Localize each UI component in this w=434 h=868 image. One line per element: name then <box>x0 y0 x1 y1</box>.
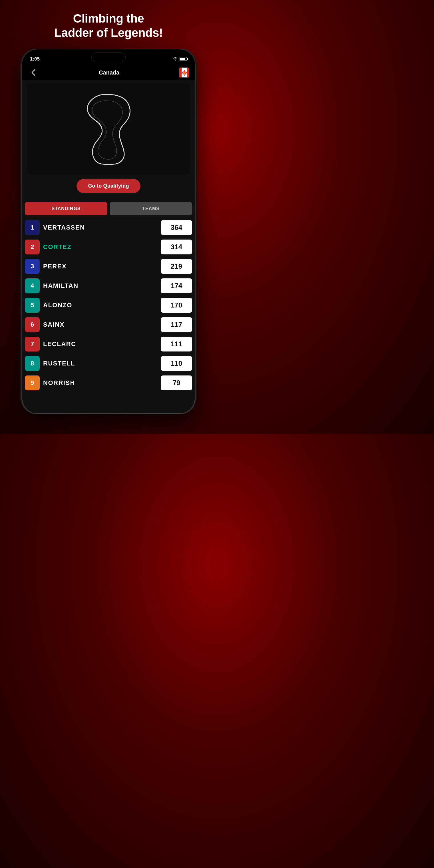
driver-name: VERTASSEN <box>43 224 157 231</box>
position-badge: 1 <box>25 220 40 235</box>
status-time: 1:05 <box>30 56 40 62</box>
nav-bar: Canada 🍁 <box>22 65 195 80</box>
position-badge: 6 <box>25 317 40 332</box>
dynamic-island <box>91 52 126 62</box>
driver-name: RUSTELL <box>43 360 157 367</box>
position-badge: 7 <box>25 337 40 351</box>
tabs-container: STANDINGS TEAMS <box>22 199 195 219</box>
table-row: 5ALONZO170 <box>25 297 192 314</box>
points-badge: 174 <box>161 278 192 293</box>
standings-list: 1VERTASSEN3642CORTEZ3143PEREX2194HAMILTA… <box>22 219 195 392</box>
driver-name: LECLARC <box>43 340 157 348</box>
points-badge: 117 <box>161 317 192 332</box>
status-icons <box>173 57 187 61</box>
table-row: 6SAINX117 <box>25 316 192 334</box>
table-row: 7LECLARC111 <box>25 335 192 353</box>
table-row: 9NORRISH79 <box>25 374 192 392</box>
table-row: 1VERTASSEN364 <box>25 219 192 237</box>
position-badge: 9 <box>25 375 40 390</box>
points-badge: 111 <box>161 337 192 351</box>
wifi-icon <box>173 57 178 61</box>
table-row: 2CORTEZ314 <box>25 238 192 256</box>
driver-name: ALONZO <box>43 302 157 309</box>
points-badge: 219 <box>161 259 192 274</box>
qualifying-button[interactable]: Go to Qualifying <box>76 179 140 193</box>
driver-name: SAINX <box>43 321 157 328</box>
driver-name: NORRISH <box>43 379 157 386</box>
back-button[interactable] <box>28 67 39 78</box>
points-badge: 79 <box>161 375 192 390</box>
tab-standings[interactable]: STANDINGS <box>25 202 107 215</box>
points-badge: 170 <box>161 298 192 313</box>
table-row: 8RUSTELL110 <box>25 354 192 372</box>
driver-name: HAMILTAN <box>43 282 157 289</box>
page-title: Climbing the Ladder of Legends! <box>54 11 163 40</box>
position-badge: 8 <box>25 356 40 371</box>
position-badge: 4 <box>25 278 40 293</box>
maple-leaf-icon: 🍁 <box>181 70 188 76</box>
table-row: 3PEREX219 <box>25 257 192 275</box>
points-badge: 364 <box>161 220 192 235</box>
position-badge: 2 <box>25 240 40 254</box>
points-badge: 314 <box>161 240 192 254</box>
nav-title: Canada <box>99 69 119 76</box>
driver-name: PEREX <box>43 263 157 270</box>
battery-icon <box>180 57 187 61</box>
track-area: Go to Qualifying <box>22 80 195 199</box>
driver-name: CORTEZ <box>43 243 157 251</box>
canada-flag: 🍁 <box>179 67 189 78</box>
points-badge: 110 <box>161 356 192 371</box>
track-map-container <box>27 83 190 175</box>
position-badge: 5 <box>25 298 40 313</box>
table-row: 4HAMILTAN174 <box>25 277 192 294</box>
status-bar: 1:05 <box>22 50 195 65</box>
track-map <box>71 89 146 169</box>
position-badge: 3 <box>25 259 40 274</box>
tab-teams[interactable]: TEAMS <box>110 202 192 215</box>
phone-frame: 1:05 Canada 🍁 <box>22 49 195 414</box>
